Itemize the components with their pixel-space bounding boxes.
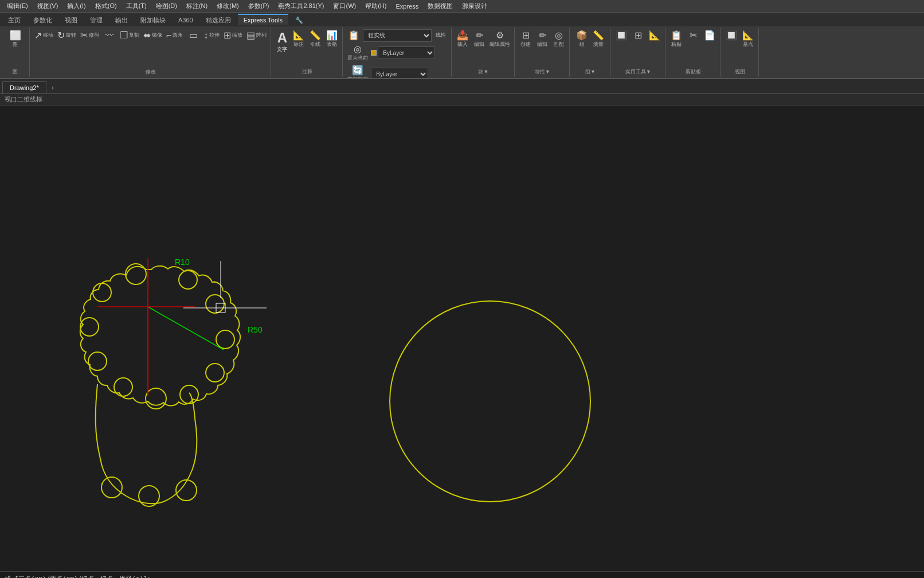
tab-parametric[interactable]: 参数化: [28, 13, 58, 26]
btn-group[interactable]: 📦 组: [574, 29, 590, 49]
tab-featured[interactable]: 精选应用: [200, 13, 237, 26]
menu-yuanquan[interactable]: 源泉设计: [457, 1, 492, 11]
btn-match-prop[interactable]: ◎ 匹配: [551, 29, 567, 49]
btn-copy-clipboard[interactable]: 📄: [702, 29, 718, 49]
btn-measure[interactable]: 📏 测量: [590, 29, 606, 49]
modify-buttons: ↗ 移动 ↻ 旋转 ✂ 修剪 〰 ❐ 复制: [33, 29, 268, 42]
btn-move[interactable]: ↗ 移动: [33, 29, 55, 42]
tab-manage[interactable]: 管理: [84, 13, 108, 26]
layer-select[interactable]: 粗实线: [363, 29, 432, 42]
btn-setcurrent[interactable]: ◎ 置为当前: [346, 42, 370, 63]
drawing-tab[interactable]: Drawing2*: [2, 81, 46, 93]
tab-addons[interactable]: 附加模块: [135, 13, 171, 26]
command-line-1: 或 [三点(3P)/两点(2P)/切点、切点、半径(T)]:: [5, 574, 919, 578]
btn-basepoint[interactable]: 📐 基点: [740, 29, 756, 49]
btn-insert[interactable]: 📥 插入: [455, 29, 471, 49]
btn-leader[interactable]: 📏 引线: [307, 29, 323, 54]
menu-format[interactable]: 格式(O): [91, 1, 122, 11]
menu-params[interactable]: 参数(P): [244, 1, 274, 11]
stretch-icon: ↕: [203, 30, 208, 41]
btn-attr-edit[interactable]: ⚙ 编辑属性: [488, 29, 512, 49]
btn-scale[interactable]: ⊞ 缩放: [222, 29, 244, 42]
ribbon-group-draw: ⬜ 图 图: [1, 28, 30, 77]
ribbon-group-modify: ↗ 移动 ↻ 旋转 ✂ 修剪 〰 ❐ 复制: [30, 28, 271, 77]
cut-icon: ✂: [690, 30, 697, 41]
menu-yanxiu[interactable]: 燕秀工具2.81(Y): [273, 1, 328, 11]
drawing-svg: R10 R50: [0, 106, 924, 571]
btn-util2[interactable]: ⊞: [630, 29, 646, 42]
mirror-icon: ⬌: [143, 30, 151, 41]
tab-express-tools[interactable]: Express Tools: [238, 14, 288, 25]
btn-linetype[interactable]: 线性: [433, 30, 449, 40]
table-icon: 📊: [326, 30, 338, 41]
btn-array[interactable]: ▤ 阵列: [245, 29, 268, 42]
scale-icon: ⊞: [224, 30, 231, 41]
menu-bar: 编辑(E) 视图(V) 插入(I) 格式(O) 工具(T) 绘图(D) 标注(N…: [0, 0, 924, 13]
ribbon-tabs: 主页 参数化 视图 管理 输出 附加模块 A360 精选应用 Express T…: [0, 13, 924, 26]
block-edit-icon: ✏: [476, 30, 483, 41]
menu-tools[interactable]: 工具(T): [122, 1, 151, 11]
tab-view[interactable]: 视图: [59, 13, 83, 26]
btn-create-prop[interactable]: ⊞ 创建: [518, 29, 534, 49]
ribbon-group-block: 📥 插入 ✏ 编辑 ⚙ 编辑属性 块▼: [452, 28, 515, 77]
btn-trim[interactable]: ✂ 修剪: [79, 29, 101, 42]
ribbon-group-viewtools: 🔲 📐 基点 视图: [721, 28, 759, 77]
menu-draw[interactable]: 绘图(D): [151, 1, 182, 11]
draw-icon: ⬜: [10, 30, 21, 41]
btn-rotate[interactable]: ↻ 旋转: [56, 29, 78, 42]
ribbon-content: ⬜ 图 图 ↗ 移动 ↻ 旋转 ✂ 修剪: [0, 26, 924, 78]
btn-block-edit[interactable]: ✏ 编辑: [471, 29, 487, 49]
tab-settings[interactable]: 🔧: [289, 14, 309, 26]
btn-cut[interactable]: ✂: [685, 29, 701, 49]
btn-fillet[interactable]: ⌐ 圆角: [165, 29, 185, 42]
menu-insert[interactable]: 插入(I): [62, 1, 90, 11]
command-area: 或 [三点(3P)/两点(2P)/切点、切点、半径(T)]: 正或 [直径(D)…: [0, 571, 924, 578]
btn-text[interactable]: A 文字: [274, 29, 290, 54]
canvas-area[interactable]: R10 R50: [0, 106, 924, 571]
group-icon: 📦: [576, 30, 588, 41]
btn-mirror[interactable]: ⬌ 镜像: [142, 29, 164, 42]
match-prop-icon: ◎: [555, 30, 563, 41]
menu-window[interactable]: 窗口(W): [328, 1, 361, 11]
tab-add-button[interactable]: +: [46, 82, 59, 93]
menu-express[interactable]: Express: [391, 2, 423, 11]
tab-home[interactable]: 主页: [2, 13, 26, 26]
main-layout: R10 R50 或 [三点(3P)/两点(2P)/切点、切点、半径(T)]: 正…: [0, 106, 924, 578]
btn-misc2[interactable]: ▭: [185, 29, 201, 42]
color-swatch[interactable]: [371, 50, 377, 56]
btn-edit-prop[interactable]: ✏ 编辑: [534, 29, 550, 49]
bylayer-select2[interactable]: ByLayer: [371, 68, 428, 78]
setcurrent-icon: ◎: [354, 44, 362, 54]
edit-prop-icon: ✏: [539, 30, 546, 41]
ribbon-group-clipboard: 📋 粘贴 ✂ 📄 剪贴板: [666, 28, 721, 77]
btn-matchlayer[interactable]: 🔄 匹配图层: [346, 64, 370, 78]
annotate-buttons: A 文字 📐 标注 📏 引线 📊 表格: [274, 29, 340, 54]
btn-table[interactable]: 📊 表格: [324, 29, 340, 54]
btn-viewport[interactable]: 🔲: [723, 29, 739, 49]
btn-layer-props[interactable]: 📋: [346, 29, 362, 42]
btn-dimension[interactable]: 📐 标注: [291, 29, 307, 54]
btn-util3[interactable]: 📐: [647, 29, 663, 42]
util1-icon: 🔲: [616, 30, 627, 41]
array-icon: ▤: [246, 30, 255, 41]
group-label-draw: 图: [13, 67, 18, 76]
menu-view[interactable]: 视图(V): [33, 1, 63, 11]
text-icon: A: [277, 30, 287, 46]
ribbon-group-utilities: 🔲 ⊞ 📐 实用工具▼: [611, 28, 665, 77]
util3-icon: 📐: [649, 30, 660, 41]
menu-dataview[interactable]: 数据视图: [423, 1, 457, 11]
menu-edit[interactable]: 编辑(E): [2, 1, 33, 11]
util2-icon: ⊞: [635, 30, 642, 41]
btn-draw-shape[interactable]: ⬜ 图: [7, 29, 24, 49]
btn-copy[interactable]: ❐ 复制: [118, 29, 141, 42]
btn-stretch[interactable]: ↕ 拉伸: [202, 29, 221, 42]
tab-output[interactable]: 输出: [109, 13, 134, 26]
menu-help[interactable]: 帮助(H): [361, 1, 391, 11]
menu-annotate[interactable]: 标注(N): [182, 1, 212, 11]
btn-misc1[interactable]: 〰: [101, 29, 118, 42]
tab-a360[interactable]: A360: [173, 14, 199, 25]
btn-util1[interactable]: 🔲: [613, 29, 629, 42]
bylayer-select1[interactable]: ByLayer: [378, 46, 435, 59]
btn-paste[interactable]: 📋 粘贴: [668, 29, 684, 49]
menu-modify[interactable]: 修改(M): [212, 1, 244, 11]
